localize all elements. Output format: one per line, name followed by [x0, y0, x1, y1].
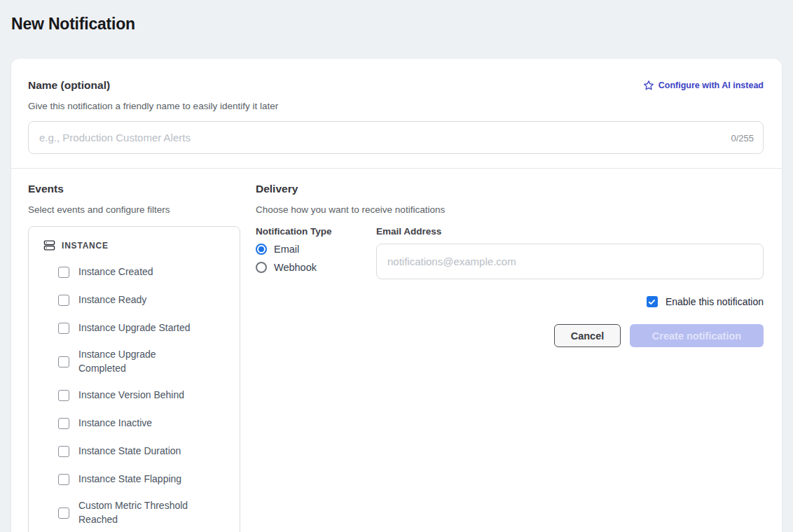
event-item[interactable]: Instance State Flapping: [58, 465, 230, 493]
configure-with-ai-label: Configure with AI instead: [658, 80, 764, 90]
cancel-button[interactable]: Cancel: [554, 324, 621, 347]
radio-option-email[interactable]: Email: [256, 244, 361, 255]
events-section: Events Select events and configure filte…: [28, 183, 240, 532]
delivery-description: Choose how you want to receive notificat…: [256, 204, 764, 215]
name-section: Name (optional) Configure with AI instea…: [11, 59, 782, 168]
configure-with-ai-button[interactable]: Configure with AI instead: [643, 80, 764, 91]
event-label: Instance Upgrade Completed: [78, 348, 199, 376]
radio-webhook-label: Webhook: [274, 262, 317, 273]
delivery-section: Delivery Choose how you want to receive …: [256, 183, 764, 532]
event-checkbox[interactable]: [58, 418, 69, 429]
event-label: Instance State Duration: [78, 444, 181, 458]
email-address-label: Email Address: [376, 226, 764, 237]
name-section-heading: Name (optional): [28, 79, 110, 92]
page-title: New Notification: [0, 0, 793, 34]
event-checkbox[interactable]: [58, 446, 69, 457]
events-list: INSTANCEInstance CreatedInstance ReadyIn…: [28, 226, 240, 532]
char-counter: 0/255: [731, 132, 754, 143]
notification-type-label: Notification Type: [256, 226, 361, 237]
event-label: Instance Created: [78, 265, 153, 279]
name-section-description: Give this notification a friendly name t…: [28, 101, 764, 111]
event-checkbox[interactable]: [58, 507, 69, 519]
event-label: Instance State Flapping: [78, 472, 181, 486]
event-checkbox[interactable]: [58, 390, 69, 401]
event-checkbox[interactable]: [58, 474, 69, 485]
event-item[interactable]: Instance Upgrade Completed: [58, 342, 230, 382]
events-heading: Events: [28, 183, 240, 195]
event-item[interactable]: Custom Metric Threshold Reached: [58, 493, 230, 532]
event-checkbox[interactable]: [58, 356, 69, 368]
event-label: Instance Ready: [78, 293, 146, 307]
new-notification-card: Name (optional) Configure with AI instea…: [11, 59, 782, 532]
email-address-input[interactable]: [376, 244, 764, 279]
event-item[interactable]: Instance Inactive: [58, 410, 230, 438]
radio-webhook-unselected[interactable]: [256, 262, 267, 273]
delivery-heading: Delivery: [256, 183, 764, 195]
event-checkbox[interactable]: [58, 295, 69, 306]
event-label: Custom Metric Threshold Reached: [78, 499, 199, 527]
server-icon: [43, 239, 55, 251]
event-group-label: INSTANCE: [62, 241, 109, 251]
event-checkbox[interactable]: [58, 323, 69, 334]
event-label: Instance Version Behind: [78, 388, 184, 402]
events-description: Select events and configure filters: [28, 204, 240, 215]
event-checkbox[interactable]: [58, 267, 69, 278]
event-label: Instance Inactive: [78, 416, 152, 430]
radio-email-label: Email: [274, 244, 299, 255]
radio-option-webhook[interactable]: Webhook: [256, 262, 361, 273]
enable-notification-toggle[interactable]: Enable this notification: [256, 296, 764, 307]
create-notification-button[interactable]: Create notification: [630, 324, 764, 347]
event-group-header: INSTANCE: [43, 235, 230, 258]
event-label: Instance Upgrade Started: [78, 321, 191, 335]
enable-notification-label: Enable this notification: [666, 296, 764, 307]
notification-name-input[interactable]: [28, 121, 764, 154]
event-item[interactable]: Instance State Duration: [58, 438, 230, 465]
star-icon: [643, 80, 654, 91]
event-item[interactable]: Instance Ready: [58, 286, 230, 314]
event-item[interactable]: Instance Created: [58, 258, 230, 286]
enable-checkbox-checked[interactable]: [647, 296, 658, 307]
event-item[interactable]: Instance Version Behind: [58, 382, 230, 410]
radio-email-selected[interactable]: [256, 244, 267, 255]
event-item[interactable]: Instance Upgrade Started: [58, 314, 230, 342]
